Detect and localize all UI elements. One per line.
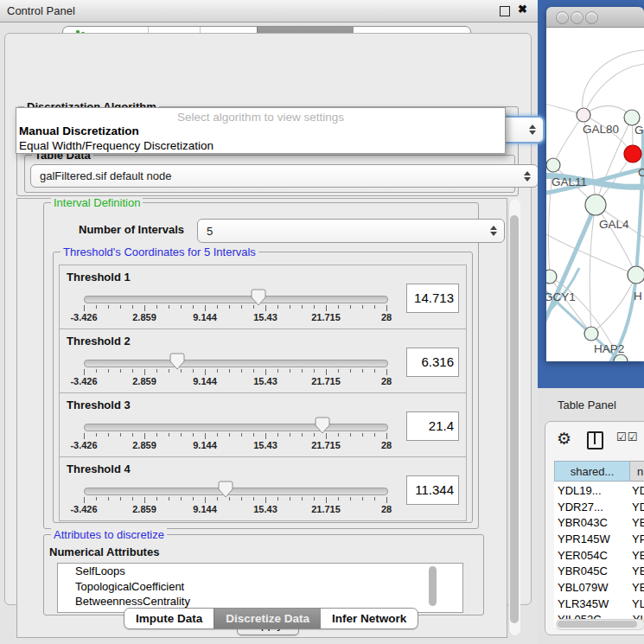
table-row[interactable]: YBR043CYBR0... — [554, 514, 644, 531]
table-hscrollbar-track[interactable] — [556, 619, 644, 630]
column-header-1[interactable]: shared... — [554, 461, 630, 481]
network-graph[interactable]: GAL80GCGAL11GAL4HGCY1HAP2 — [546, 28, 644, 361]
viewport-scrollbar-thumb[interactable] — [510, 215, 519, 623]
tab-label: Infer Network — [332, 612, 406, 625]
attribute-item[interactable]: TopologicalCoefficient — [58, 579, 462, 595]
tick-mark — [386, 497, 387, 503]
settings-viewport: Interval Definition Number of Intervals … — [16, 198, 507, 638]
slider-track[interactable] — [84, 488, 388, 495]
table-row[interactable]: YDR27...YDR2... — [554, 499, 644, 515]
close-icon[interactable]: ✖ — [518, 3, 527, 16]
tick-mark — [350, 497, 351, 501]
split-columns-icon[interactable] — [587, 431, 603, 450]
table-row[interactable]: YBR045CYBR0... — [554, 563, 644, 579]
float-window-icon[interactable] — [500, 6, 510, 16]
network-node-h[interactable] — [628, 266, 644, 284]
network-node-hap2[interactable] — [584, 327, 598, 341]
tab-discretize-data[interactable]: Discretize Data — [214, 609, 321, 628]
slider-handle[interactable] — [315, 417, 330, 434]
tick-mark — [362, 305, 363, 309]
network-node-label: C — [638, 166, 644, 179]
tick-mark — [217, 369, 218, 373]
close-traffic-light[interactable] — [556, 11, 569, 24]
thresholds-group-title: Threshold's Coordinates for 5 Intervals — [61, 245, 258, 258]
checkboxes-icon[interactable]: ☑☑ — [616, 430, 638, 443]
table-data-group: Table Data galFiltered.sif default node — [24, 155, 515, 193]
threshold-3-box: Threshold 3-3.4262.8599.14415.4321.71528… — [59, 392, 467, 457]
threshold-value-field[interactable]: 11.344 — [406, 475, 459, 505]
scale-label: 2.859 — [132, 440, 156, 450]
table-hscrollbar-thumb[interactable] — [558, 621, 637, 628]
tick-mark — [181, 497, 182, 501]
table-panel-body: ⚙ ☑☑ shared...n... YDL19...YDL1...YDR27.… — [545, 421, 644, 635]
table-row[interactable]: YPR145WYPR1... — [554, 531, 644, 547]
cell-shared-name: YBL079W — [554, 581, 632, 594]
network-edge — [590, 205, 596, 334]
slider-track[interactable] — [84, 424, 388, 431]
slider-handle[interactable] — [251, 289, 266, 306]
scale-label: 9.144 — [193, 504, 217, 514]
tick-mark — [144, 305, 145, 311]
column-header-2[interactable]: n... — [630, 461, 644, 481]
slider-track[interactable] — [84, 296, 388, 303]
tick-mark — [156, 497, 157, 501]
slider-track[interactable] — [84, 360, 388, 367]
cell-name: YDR2... — [632, 501, 644, 513]
tick-mark — [362, 433, 363, 437]
scale-label: -3.426 — [70, 376, 97, 386]
zoom-traffic-light[interactable] — [585, 11, 598, 24]
network-node-gal80[interactable] — [577, 108, 590, 122]
attribute-item[interactable]: BetweennessCentrality — [58, 594, 462, 609]
tick-mark — [229, 433, 230, 437]
tick-mark — [108, 433, 109, 437]
tick-mark — [84, 433, 85, 439]
table-data-select[interactable]: galFiltered.sif default node — [30, 164, 539, 188]
slider-handle[interactable] — [218, 481, 233, 498]
slider-ticks — [84, 433, 386, 440]
dropdown-option-manual[interactable]: Manual Discretization — [16, 124, 505, 139]
number-of-intervals-select[interactable]: 5 — [197, 219, 505, 243]
network-node-gcy1[interactable] — [546, 270, 557, 284]
tick-mark — [277, 497, 278, 501]
thresholds-group: Threshold's Coordinates for 5 Intervals … — [53, 252, 473, 523]
tab-infer-network[interactable]: Infer Network — [321, 609, 418, 628]
table-row[interactable]: YDL19...YDL1... — [554, 482, 644, 499]
minimize-traffic-light[interactable] — [571, 11, 583, 24]
threshold-value-field[interactable]: 21.4 — [406, 411, 459, 441]
network-node-label: GCY1 — [546, 290, 576, 303]
network-node-c[interactable] — [624, 145, 641, 163]
table-row[interactable]: YER054CYER0... — [554, 547, 644, 564]
combo-arrows-icon — [529, 124, 536, 135]
tick-mark — [241, 305, 242, 309]
network-canvas[interactable]: GAL80GCGAL11GAL4HGCY1HAP2 — [546, 28, 644, 361]
cell-shared-name: YDL19... — [554, 484, 632, 497]
tick-mark — [205, 305, 206, 311]
network-node-gal4[interactable] — [585, 194, 606, 215]
slider-handle[interactable] — [169, 353, 185, 370]
network-edge — [583, 64, 644, 115]
threshold-label: Threshold 2 — [67, 335, 131, 348]
attribute-item[interactable]: SelfLoops — [58, 564, 462, 579]
gear-icon[interactable]: ⚙ — [557, 429, 571, 449]
table-header-row: shared...n... — [554, 461, 644, 481]
tick-mark — [374, 497, 375, 501]
tick-mark — [350, 369, 351, 373]
combo-arrows-icon — [490, 226, 497, 236]
threshold-value-field[interactable]: 6.316 — [406, 348, 459, 377]
tick-mark — [326, 433, 327, 439]
table-row[interactable]: YLR345WYLR3... — [554, 596, 644, 612]
slider-ticks — [84, 305, 386, 312]
threshold-value-field[interactable]: 14.713 — [406, 284, 459, 313]
tick-mark — [326, 369, 327, 375]
tick-mark — [96, 497, 97, 501]
tab-impute-data[interactable]: Impute Data — [124, 609, 214, 628]
tick-mark — [193, 497, 194, 501]
network-node-gal11[interactable] — [546, 158, 560, 172]
dropdown-option-equal[interactable]: Equal Width/Frequency Discretization — [16, 139, 505, 154]
tick-mark — [338, 305, 339, 309]
numerical-attributes-list[interactable]: SelfLoopsTopologicalCoefficientBetweenne… — [57, 563, 463, 613]
network-node-label: GAL80 — [583, 123, 619, 136]
list-scrollbar[interactable] — [429, 566, 437, 606]
network-node-label: GAL4 — [599, 218, 629, 231]
table-row[interactable]: YBL079WYBL0... — [554, 579, 644, 596]
